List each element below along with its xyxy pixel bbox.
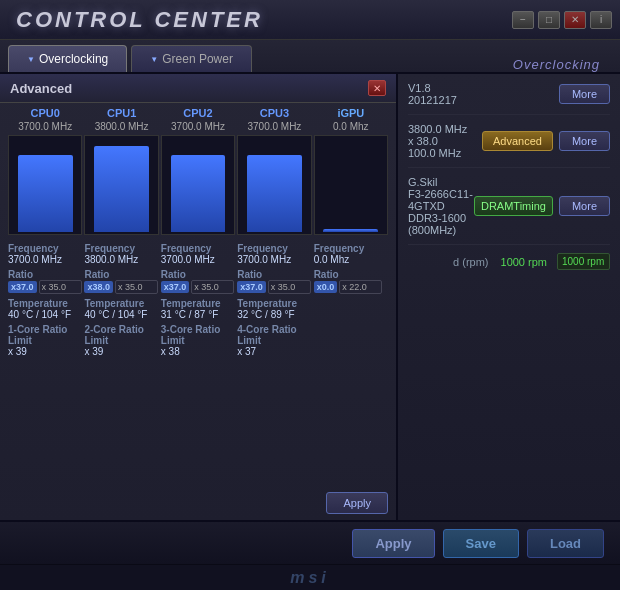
apply-button[interactable]: Apply <box>352 529 434 558</box>
cpu2-freq-col: Frequency 3700.0 MHz <box>161 243 235 265</box>
cpu3-temp-col: Temperature 32 °C / 89 °F <box>237 298 311 320</box>
core2-col: 2-Core Ratio Limit x 39 <box>84 324 158 357</box>
advanced-close-button[interactable]: ✕ <box>368 80 386 96</box>
advanced-button[interactable]: Advanced <box>482 131 553 151</box>
tab-arrow-icon2: ▼ <box>150 55 158 64</box>
core3-label: 3-Core Ratio Limit <box>161 324 235 346</box>
separator-1 <box>408 114 610 115</box>
cpu2-temp-value: 31 °C / 87 °F <box>161 309 235 320</box>
window-controls: − □ ✕ i <box>512 11 612 29</box>
igpu-column: iGPU 0.0 Mhz <box>314 107 388 235</box>
version-block: V1.8 20121217 More <box>408 82 610 106</box>
igpu-freq-label: 0.0 Mhz <box>333 121 369 132</box>
cpu0-column: CPU0 3700.0 MHz <box>8 107 82 235</box>
cpu2-bar-container <box>161 135 235 235</box>
tab-overclocking[interactable]: ▼ Overclocking <box>8 45 127 72</box>
cpu0-bar-container <box>8 135 82 235</box>
ram-buttons: DRAMTiming More <box>474 196 610 216</box>
cpu-multiplier: x 38.0 <box>408 135 467 147</box>
load-button[interactable]: Load <box>527 529 604 558</box>
tab-green-power[interactable]: ▼ Green Power <box>131 45 252 72</box>
fan-value: 1000 rpm <box>501 256 547 268</box>
cpu0-ratio-select: x37.0 x 35.0x 36.0x 37.0x 38.0 <box>8 280 82 294</box>
core1-col: 1-Core Ratio Limit x 39 <box>8 324 82 357</box>
cpu3-temp-value: 32 °C / 89 °F <box>237 309 311 320</box>
cpu1-temp-value: 40 °C / 104 °F <box>84 309 158 320</box>
cpu3-bar-container <box>237 135 311 235</box>
cpu3-freq-label2: Frequency <box>237 243 311 254</box>
cpu2-freq-label2: Frequency <box>161 243 235 254</box>
igpu-ratio-badge: x0.0 <box>314 281 338 293</box>
core4-col: 4-Core Ratio Limit x 37 <box>237 324 311 357</box>
more-button-2[interactable]: More <box>559 131 610 151</box>
save-button[interactable]: Save <box>443 529 519 558</box>
close-button[interactable]: ✕ <box>564 11 586 29</box>
igpu-ratio-dropdown[interactable]: x 22.0x 20.0x 24.0 <box>339 280 382 294</box>
more-button-3[interactable]: More <box>559 196 610 216</box>
more-button-1[interactable]: More <box>559 84 610 104</box>
advanced-title: Advanced <box>10 81 72 96</box>
tab-overclocking-label: Overclocking <box>39 52 108 66</box>
cpu1-header: CPU1 <box>107 107 136 119</box>
core1-label: 1-Core Ratio Limit <box>8 324 82 346</box>
cpu3-ratio-col: Ratio x37.0 x 35.0x 36.0x 37.0 <box>237 269 311 294</box>
cpu2-freq-value: 3700.0 MHz <box>161 254 235 265</box>
cpu3-ratio-badge: x37.0 <box>237 281 266 293</box>
cpu1-ratio-dropdown[interactable]: x 35.0x 36.0x 38.0 <box>115 280 158 294</box>
cpu3-freq-col: Frequency 3700.0 MHz <box>237 243 311 265</box>
cpu2-column: CPU2 3700.0 MHz <box>161 107 235 235</box>
separator-2 <box>408 167 610 168</box>
maximize-button[interactable]: □ <box>538 11 560 29</box>
cpu0-freq-label: 3700.0 MHz <box>18 121 72 132</box>
core2-value: x 39 <box>84 346 158 357</box>
left-panel: Advanced ✕ CPU0 3700.0 MHz CPU1 3800.0 M… <box>0 74 398 520</box>
core1-value: x 39 <box>8 346 82 357</box>
cpu3-freq-value: 3700.0 MHz <box>237 254 311 265</box>
freq-info: 3800.0 MHz x 38.0 100.0 MHz <box>408 123 467 159</box>
cpu0-ratio-dropdown[interactable]: x 35.0x 36.0x 37.0x 38.0 <box>39 280 82 294</box>
cpu0-header: CPU0 <box>31 107 60 119</box>
separator-3 <box>408 244 610 245</box>
igpu-ratio-select: x0.0 x 22.0x 20.0x 24.0 <box>314 280 388 294</box>
info-button[interactable]: i <box>590 11 612 29</box>
cpu-columns: CPU0 3700.0 MHz CPU1 3800.0 MHz CPU2 <box>8 107 388 235</box>
tab-bar: ▼ Overclocking ▼ Green Power Overclockin… <box>0 40 620 74</box>
right-panel: V1.8 20121217 More 3800.0 MHz x 38.0 100… <box>398 74 620 520</box>
cpu0-temp-label: Temperature <box>8 298 82 309</box>
cpu0-freq-value: 3700.0 MHz <box>8 254 82 265</box>
igpu-freq-value: 0.0 Mhz <box>314 254 388 265</box>
minimize-button[interactable]: − <box>512 11 534 29</box>
freq-buttons: Advanced More <box>482 131 610 151</box>
msi-logo: msi <box>290 569 330 587</box>
fan-label: d (rpm) <box>453 256 488 268</box>
freq-block: 3800.0 MHz x 38.0 100.0 MHz Advanced Mor… <box>408 123 610 159</box>
cpu2-temp-col: Temperature 31 °C / 87 °F <box>161 298 235 320</box>
cpu3-ratio-dropdown[interactable]: x 35.0x 36.0x 37.0 <box>268 280 311 294</box>
cpu1-temp-col: Temperature 40 °C / 104 °F <box>84 298 158 320</box>
cpu1-ratio-badge: x38.0 <box>84 281 113 293</box>
cpu1-freq-label2: Frequency <box>84 243 158 254</box>
frequency-row: Frequency 3700.0 MHz Frequency 3800.0 MH… <box>0 239 396 267</box>
cpu1-bar-container <box>84 135 158 235</box>
cpu1-freq-col: Frequency 3800.0 MHz <box>84 243 158 265</box>
bottom-buttons: Apply Save Load <box>352 529 604 558</box>
ram-model: F3-2666C11-4GTXD <box>408 188 474 212</box>
cpu2-temp-label: Temperature <box>161 298 235 309</box>
core4-label: 4-Core Ratio Limit <box>237 324 311 346</box>
igpu-bar <box>323 229 378 232</box>
cpu2-freq-label: 3700.0 MHz <box>171 121 225 132</box>
cpu1-temp-label: Temperature <box>84 298 158 309</box>
left-apply-button[interactable]: Apply <box>326 492 388 514</box>
cpu2-ratio-col: Ratio x37.0 x 35.0x 36.0x 37.0 <box>161 269 235 294</box>
igpu-header: iGPU <box>337 107 364 119</box>
cpu0-temp-value: 40 °C / 104 °F <box>8 309 82 320</box>
cpu3-freq-label: 3700.0 MHz <box>247 121 301 132</box>
msi-area: msi <box>0 564 620 590</box>
cpu3-ratio-select: x37.0 x 35.0x 36.0x 37.0 <box>237 280 311 294</box>
cpu-section: CPU0 3700.0 MHz CPU1 3800.0 MHz CPU2 <box>0 103 396 239</box>
version-date: 20121217 <box>408 94 457 106</box>
cpu2-ratio-dropdown[interactable]: x 35.0x 36.0x 37.0 <box>191 280 234 294</box>
dram-timing-button[interactable]: DRAMTiming <box>474 196 553 216</box>
main-content: Advanced ✕ CPU0 3700.0 MHz CPU1 3800.0 M… <box>0 74 620 520</box>
fan-speed-select[interactable]: 1000 rpm 1500 rpm 2000 rpm 2500 rpm 3000… <box>557 253 610 270</box>
